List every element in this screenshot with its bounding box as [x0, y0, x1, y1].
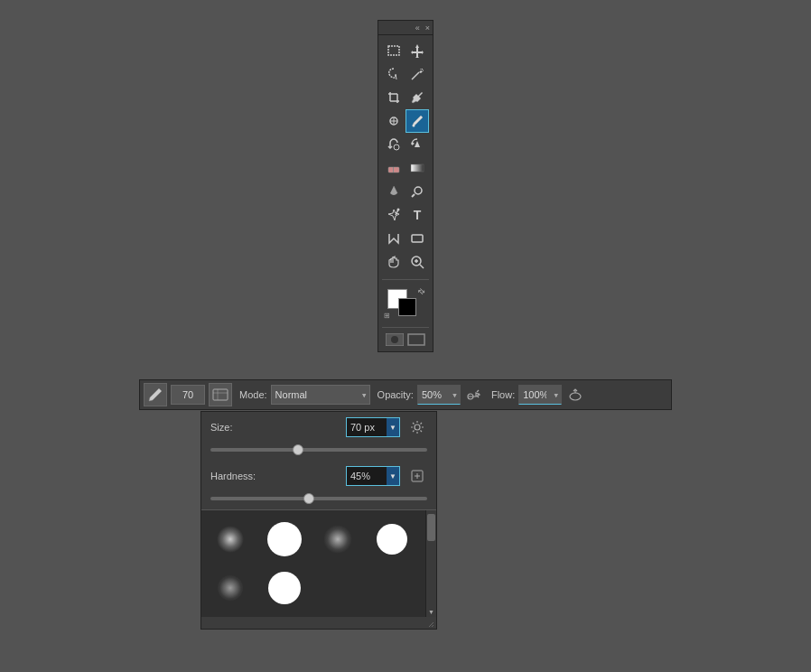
svg-marker-3 [419, 70, 423, 73]
screen-mode-btn[interactable] [406, 331, 427, 348]
brush-preview-btn[interactable] [144, 383, 167, 406]
svg-marker-16 [412, 142, 415, 145]
toolbox-panel: « × [378, 20, 433, 352]
svg-point-20 [415, 187, 422, 194]
opacity-input[interactable] [417, 385, 461, 405]
zoom-tool[interactable] [406, 250, 429, 274]
hardness-row: Hardness: 45% ▼ [201, 461, 436, 491]
brush-size-display[interactable]: 70 [171, 385, 205, 405]
size-slider-row [201, 443, 436, 461]
svg-line-25 [420, 265, 424, 268]
svg-rect-30 [408, 334, 424, 345]
svg-line-35 [477, 390, 479, 392]
tool-separator-2 [382, 327, 429, 328]
dodge-tool[interactable] [406, 180, 429, 203]
svg-point-29 [391, 336, 398, 343]
mode-label: Mode: [239, 389, 267, 400]
svg-point-22 [397, 209, 400, 211]
hardness-label: Hardness: [210, 471, 265, 481]
panel-bottom [201, 617, 436, 629]
tablet-pressure-btn[interactable] [565, 385, 585, 405]
brush-samples-scrollbar[interactable]: ▼ [425, 510, 436, 617]
resize-handle[interactable] [425, 619, 434, 628]
size-row: Size: 70 px ▼ [201, 412, 436, 443]
brush-tool[interactable] [406, 109, 429, 133]
type-tool[interactable]: T [406, 203, 429, 227]
scrollbar-thumb[interactable] [427, 514, 435, 541]
magic-wand-tool[interactable] [406, 62, 429, 86]
toolbox-close-btn[interactable]: × [424, 23, 431, 33]
svg-point-15 [394, 145, 399, 150]
hardness-slider[interactable] [210, 497, 427, 500]
gradient-tool[interactable] [406, 156, 429, 180]
scroll-down-btn[interactable]: ▼ [426, 606, 436, 617]
options-bar: 70 Mode: Normal Dissolve Darken Multiply… [139, 379, 672, 410]
path-select-tool[interactable] [382, 227, 406, 250]
svg-line-6 [422, 69, 423, 70]
crop-tool[interactable] [382, 86, 406, 109]
tool-separator-1 [382, 279, 429, 280]
shape-tool[interactable] [406, 227, 429, 250]
brush-panel: Size: 70 px ▼ Hardness: 45% ▼ [200, 411, 437, 630]
hardness-value: 45% [347, 467, 387, 485]
svg-point-38 [570, 393, 581, 400]
brush-settings-btn[interactable] [407, 417, 427, 437]
svg-line-44 [432, 625, 433, 627]
flow-label: Flow: [491, 389, 515, 400]
svg-marker-1 [411, 44, 424, 58]
brush-samples-container: ▼ [201, 510, 436, 617]
brush-presets-btn[interactable] [209, 383, 232, 406]
toolbox-collapse-btn[interactable]: « [415, 23, 421, 33]
svg-rect-0 [388, 46, 399, 55]
background-color[interactable] [398, 298, 416, 316]
toolbox-header: « × [378, 21, 433, 35]
svg-line-2 [412, 72, 419, 79]
quick-mask-row [378, 330, 433, 351]
svg-line-21 [412, 194, 415, 197]
size-input-container: 70 px ▼ [346, 417, 400, 437]
brush-sample-3[interactable] [314, 516, 361, 563]
svg-point-14 [413, 125, 415, 127]
svg-rect-31 [213, 389, 228, 400]
move-tool[interactable] [406, 39, 429, 62]
brush-sample-6[interactable] [261, 565, 308, 611]
swap-colors-icon[interactable]: ⇄ [416, 286, 428, 298]
size-slider[interactable] [210, 448, 427, 452]
svg-rect-23 [412, 235, 423, 242]
color-section: ⊞ ⇄ [378, 282, 433, 325]
eraser-tool[interactable] [382, 156, 406, 180]
opacity-label: Opacity: [378, 389, 414, 400]
blur-tool[interactable] [382, 180, 406, 203]
eyedropper-tool[interactable] [406, 86, 429, 109]
clone-stamp-tool[interactable] [382, 133, 406, 156]
opacity-input-wrap: ▼ [417, 385, 461, 405]
pen-tool[interactable] [382, 203, 406, 227]
svg-rect-18 [393, 167, 394, 173]
hardness-input-arrow[interactable]: ▼ [387, 467, 399, 485]
mode-dropdown-wrap: Normal Dissolve Darken Multiply Screen O… [271, 385, 370, 405]
flow-input[interactable] [518, 385, 562, 405]
history-brush-tool[interactable] [406, 133, 429, 156]
size-label: Size: [210, 422, 265, 433]
size-value: 70 px [347, 418, 387, 436]
brush-align-btn[interactable] [407, 466, 427, 486]
brush-sample-5[interactable] [207, 565, 254, 611]
airbrush-btn[interactable] [464, 385, 484, 405]
mode-dropdown[interactable]: Normal Dissolve Darken Multiply Screen O… [271, 385, 370, 405]
reset-colors-icon[interactable]: ⊞ [384, 312, 390, 320]
brush-sample-1[interactable] [207, 516, 254, 563]
brush-samples-grid [201, 510, 436, 617]
hardness-slider-row [201, 491, 436, 509]
spot-heal-tool[interactable] [382, 109, 406, 133]
lasso-tool[interactable] [382, 62, 406, 86]
svg-rect-19 [411, 164, 424, 172]
rect-select-tool[interactable] [382, 39, 406, 62]
brush-sample-4[interactable] [368, 516, 415, 563]
quick-mask-btn[interactable] [384, 331, 406, 348]
hand-tool[interactable] [382, 250, 406, 274]
size-input-arrow[interactable]: ▼ [387, 418, 399, 436]
hardness-input-container: 45% ▼ [346, 466, 400, 486]
tool-grid: T [378, 35, 433, 277]
brush-sample-2[interactable] [261, 516, 308, 563]
svg-point-39 [415, 425, 420, 430]
